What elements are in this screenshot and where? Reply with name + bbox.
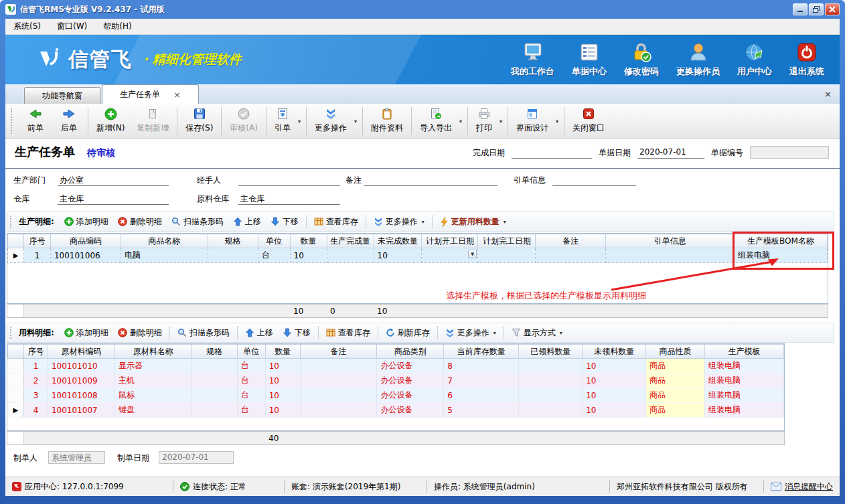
grid-cell[interactable]: 办公设备: [377, 373, 444, 388]
grid-cell[interactable]: 10: [583, 388, 646, 403]
column-header[interactable]: 已领料数量: [519, 345, 583, 359]
ui-design-button[interactable]: 界面设计 ▾: [510, 105, 562, 137]
column-header[interactable]: 生产完成量: [327, 234, 374, 248]
grid-cell[interactable]: 7: [444, 373, 519, 388]
material-refresh-stock-button[interactable]: 刷新库存: [381, 327, 435, 339]
remark-field[interactable]: [364, 175, 497, 186]
menu-system[interactable]: 系统(S): [5, 19, 49, 34]
prev-doc-button[interactable]: 前单: [19, 105, 52, 137]
grid-cell[interactable]: [422, 248, 478, 263]
ref-info-field[interactable]: [552, 175, 636, 186]
grid-cell[interactable]: [519, 403, 583, 418]
grid-cell[interactable]: [519, 359, 583, 373]
grid-cell[interactable]: 100101010: [48, 359, 114, 373]
action-document-center[interactable]: 单据中心: [566, 41, 613, 79]
grid-cell[interactable]: 商品: [646, 388, 705, 403]
grid-cell[interactable]: 10: [583, 373, 646, 388]
grid-cell[interactable]: 10: [374, 248, 422, 263]
add-new-button[interactable]: 新增(N): [90, 105, 131, 137]
column-header[interactable]: 商品类别: [377, 345, 444, 359]
grid-cell[interactable]: 办公设备: [377, 403, 444, 418]
grid-cell[interactable]: [8, 388, 24, 403]
tabbar-close-icon[interactable]: ×: [824, 89, 832, 99]
column-header[interactable]: 规格: [191, 345, 237, 359]
column-header[interactable]: 商品性质: [646, 345, 705, 359]
column-header[interactable]: 未完成数量: [374, 234, 422, 248]
quote-doc-button[interactable]: 引单 ▾: [268, 105, 304, 137]
grid-cell[interactable]: [327, 248, 374, 263]
column-header[interactable]: 当前库存数量: [444, 345, 519, 359]
grid-cell[interactable]: [191, 359, 237, 373]
grid-cell[interactable]: 鼠标: [114, 388, 191, 403]
grid-cell[interactable]: 组装电脑: [705, 373, 784, 388]
grid-cell[interactable]: 办公设备: [377, 388, 444, 403]
chevron-down-icon[interactable]: ▾: [422, 219, 425, 225]
grid-cell[interactable]: 商品: [646, 373, 705, 388]
grid-cell[interactable]: 1: [23, 248, 50, 263]
action-my-workbench[interactable]: 我的工作台: [505, 41, 560, 79]
chevron-down-icon[interactable]: ▾: [500, 118, 502, 124]
grid-cell[interactable]: 台: [237, 388, 265, 403]
close-button[interactable]: [825, 3, 840, 15]
update-material-qty-button[interactable]: 更新用料数量▾: [435, 216, 511, 228]
grid-cell[interactable]: [300, 373, 377, 388]
more-actions-button[interactable]: 更多操作 ▾: [309, 105, 360, 137]
grid-cell[interactable]: [191, 373, 237, 388]
grid-cell[interactable]: 10: [583, 403, 646, 418]
table-row[interactable]: 3100101008鼠标台10办公设备610商品组装电脑: [8, 388, 784, 403]
production-more-actions-button[interactable]: 更多操作▾: [369, 216, 429, 228]
grid-cell[interactable]: 商品: [646, 403, 705, 418]
grid-cell[interactable]: 台: [237, 403, 265, 418]
chevron-down-icon[interactable]: ▾: [354, 118, 357, 124]
message-center-link[interactable]: 消息提醒中心: [764, 477, 840, 496]
production-scan-button[interactable]: 扫描条形码: [167, 216, 228, 228]
grid-cell[interactable]: 组装电脑: [705, 388, 784, 403]
save-button[interactable]: 保存(S): [179, 105, 219, 137]
column-header[interactable]: 单位: [258, 234, 290, 248]
grid-cell[interactable]: [191, 388, 237, 403]
print-button[interactable]: 打印 ▾: [470, 105, 506, 137]
grid-cell[interactable]: [208, 248, 258, 263]
action-change-password[interactable]: 修改密码: [618, 41, 665, 79]
column-header[interactable]: 序号: [23, 234, 50, 248]
grid-cell[interactable]: ▶: [8, 403, 24, 418]
column-header[interactable]: 生产模板BOM名称: [735, 234, 828, 248]
grid-cell[interactable]: [300, 359, 377, 373]
grid-cell[interactable]: 显示器: [114, 359, 191, 373]
grid-cell[interactable]: 10: [290, 248, 327, 263]
grid-cell[interactable]: 100101006: [50, 248, 121, 263]
material-warehouse-field[interactable]: 主仓库: [238, 193, 340, 205]
chevron-down-icon[interactable]: ▾: [298, 118, 301, 124]
grid-cell[interactable]: 台: [237, 359, 265, 373]
grid-cell[interactable]: 台: [237, 373, 265, 388]
section-drag-handle[interactable]: [10, 327, 13, 339]
column-header[interactable]: 数量: [265, 345, 300, 359]
grid-cell[interactable]: 100101007: [48, 403, 114, 418]
display-mode-button[interactable]: 显示方式▾: [507, 327, 567, 339]
grid-cell[interactable]: 10: [583, 359, 646, 373]
grid-cell[interactable]: 键盘: [114, 403, 191, 418]
column-header[interactable]: 规格: [208, 234, 258, 248]
grid-cell[interactable]: 100101008: [48, 388, 114, 403]
column-header[interactable]: 商品编码: [50, 234, 121, 248]
action-user-center[interactable]: 用户中心: [731, 41, 778, 79]
grid-cell[interactable]: 组装电脑: [735, 248, 828, 263]
warehouse-field[interactable]: 主仓库: [58, 193, 169, 205]
menu-help[interactable]: 帮助(H): [95, 19, 139, 34]
action-exit-system[interactable]: 退出系统: [783, 41, 830, 79]
column-header[interactable]: 生产模板: [705, 345, 784, 359]
grid-cell[interactable]: 办公设备: [377, 359, 444, 373]
grid-cell[interactable]: 8: [444, 359, 519, 373]
column-header[interactable]: [8, 234, 24, 248]
material-delete-button[interactable]: 删除明细: [113, 327, 167, 339]
grid-cell[interactable]: [519, 373, 583, 388]
grid-cell[interactable]: [8, 359, 24, 373]
column-header[interactable]: 备注: [536, 234, 606, 248]
production-delete-button[interactable]: 删除明细: [113, 216, 167, 228]
grid-cell[interactable]: 10: [265, 359, 300, 373]
grid-cell[interactable]: 10: [265, 403, 300, 418]
column-header[interactable]: 商品名称: [121, 234, 208, 248]
material-more-actions-button[interactable]: 更多操作▾: [441, 327, 501, 339]
action-switch-operator[interactable]: 更换操作员: [670, 41, 726, 79]
grid-cell[interactable]: 组装电脑: [705, 403, 784, 418]
